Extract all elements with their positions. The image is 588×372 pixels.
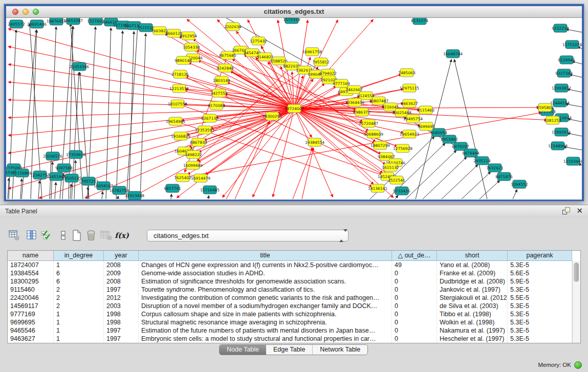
- graph-node[interactable]: 19654985: [166, 117, 185, 125]
- graph-node[interactable]: 7485063: [398, 69, 416, 77]
- graph-node[interactable]: 2718126: [171, 70, 189, 78]
- graph-node[interactable]: 10653287: [63, 18, 83, 25]
- table-row[interactable]: 1830029562008Estimation of significance …: [8, 277, 580, 286]
- table-row[interactable]: 1456911722003Disruption of a novel membe…: [8, 302, 580, 310]
- table-settings-icon[interactable]: [8, 229, 20, 242]
- vertical-scrollbar[interactable]: [572, 261, 580, 343]
- graph-node[interactable]: 19166829: [171, 132, 190, 140]
- delete-rows-trash-icon[interactable]: [85, 229, 97, 242]
- graph-node[interactable]: 9463627: [401, 99, 418, 107]
- select-columns-icon[interactable]: [40, 229, 52, 242]
- graph-node[interactable]: 12353593: [195, 126, 214, 134]
- graph-node[interactable]: 9857791: [164, 184, 181, 192]
- graph-node[interactable]: 8131074: [411, 18, 428, 25]
- graph-node[interactable]: 16961758: [302, 48, 322, 56]
- graph-node[interactable]: 1275432: [250, 37, 267, 45]
- graph-node[interactable]: 1615132: [382, 163, 399, 171]
- graph-node[interactable]: 9242844: [216, 64, 234, 72]
- column-header-out_de[interactable]: △ out_de…: [392, 251, 437, 261]
- tab-node-table[interactable]: Node Table: [220, 345, 266, 355]
- graph-node[interactable]: 12213533: [169, 84, 189, 93]
- tab-edge-table[interactable]: Edge Table: [266, 345, 312, 355]
- graph-node[interactable]: 14136141: [368, 184, 387, 192]
- column-header-name[interactable]: name: [8, 251, 54, 261]
- graph-node[interactable]: 1094552: [511, 180, 528, 188]
- graph-node[interactable]: 11548908: [548, 142, 568, 150]
- graph-node[interactable]: 12975115: [400, 84, 419, 92]
- graph-node[interactable]: 9777169: [333, 79, 350, 87]
- graph-node[interactable]: 1527602: [87, 18, 104, 25]
- graph-node[interactable]: 12093872: [552, 84, 571, 92]
- table-row[interactable]: 911546021997Tourette syndrome. Phenomeno…: [8, 286, 580, 294]
- graph-node[interactable]: 9890144: [175, 56, 192, 64]
- graph-node[interactable]: 15751074: [562, 40, 582, 49]
- graph-node[interactable]: 1595801: [536, 103, 554, 112]
- graph-node[interactable]: 7986372: [353, 108, 371, 116]
- graph-node[interactable]: 12756928: [393, 144, 412, 152]
- graph-node[interactable]: 9115460: [417, 106, 434, 114]
- graph-node[interactable]: 2522541: [388, 176, 405, 184]
- graph-node[interactable]: 7625402: [174, 173, 191, 182]
- graph-node[interactable]: 16648784: [443, 50, 463, 58]
- graph-node[interactable]: 1081253: [544, 116, 561, 124]
- svg-text:2803144: 2803144: [213, 78, 230, 83]
- close-panel-icon[interactable]: ✕: [576, 207, 583, 214]
- graph-node[interactable]: 15992971: [552, 128, 571, 136]
- column-header-pagerank[interactable]: pagerank: [508, 251, 572, 261]
- graph-node[interactable]: 2935114: [473, 157, 491, 165]
- graph-node[interactable]: 1498222: [185, 150, 202, 159]
- column-header-short[interactable]: short: [437, 251, 508, 261]
- graph-node[interactable]: 9474444: [462, 149, 480, 157]
- table-row[interactable]: 977716911998Corpus callosum shape and si…: [8, 310, 580, 318]
- graph-node[interactable]: 17359928: [66, 150, 85, 159]
- graph-node[interactable]: 15720487: [359, 119, 378, 127]
- delete-table-icon[interactable]: [100, 229, 112, 242]
- network-canvas[interactable]: 2405572206914061987645310653287152760284…: [6, 18, 582, 200]
- table-row[interactable]: 1872400712008Changes of HCN gene express…: [8, 261, 580, 269]
- window-titlebar[interactable]: citations_edges.txt: [6, 6, 582, 18]
- graph-node[interactable]: 1572319: [283, 18, 300, 24]
- column-header-in_degree[interactable]: in_degree: [54, 251, 104, 261]
- scrollbar-thumb[interactable]: [574, 262, 579, 282]
- graph-node[interactable]: 9170081: [208, 101, 225, 110]
- table-row[interactable]: 2242004622012Investigating the contribut…: [8, 294, 580, 302]
- table-row[interactable]: 969969511998Structural magnetic resonanc…: [8, 318, 580, 326]
- graph-node[interactable]: 8912954: [180, 32, 197, 40]
- graph-node[interactable]: 18107554: [168, 100, 187, 108]
- graph-node[interactable]: 18300295: [263, 112, 282, 120]
- graph-node[interactable]: 9227343: [555, 69, 573, 77]
- graph-node[interactable]: 9152234: [552, 24, 569, 32]
- function-builder-icon[interactable]: f(x): [116, 229, 128, 242]
- column-header-title[interactable]: title: [139, 251, 392, 261]
- graph-node[interactable]: 3427552: [210, 89, 228, 97]
- column-header-year[interactable]: year: [104, 251, 139, 261]
- graph-node[interactable]: 7955812: [312, 58, 330, 66]
- graph-node[interactable]: 12103444: [563, 157, 582, 165]
- tab-network-table[interactable]: Network Table: [312, 345, 367, 355]
- graph-node[interactable]: 1054338: [183, 43, 200, 51]
- graph-node[interactable]: 9097588: [55, 164, 73, 172]
- table-row[interactable]: 946554611997Estimation of the future num…: [8, 326, 580, 335]
- graph-node[interactable]: 7632621: [486, 164, 504, 172]
- graph-node[interactable]: 8267130: [201, 114, 219, 122]
- graph-node[interactable]: 9129946: [558, 56, 575, 64]
- graph-node[interactable]: 9733426: [393, 187, 410, 195]
- graph-node[interactable]: 15716485: [200, 186, 220, 194]
- graph-node[interactable]: 20206576: [43, 152, 62, 160]
- graph-node[interactable]: 16914479: [191, 174, 210, 182]
- graph-node[interactable]: 2202634: [224, 23, 242, 31]
- table-row[interactable]: 946362711997Embryonic stem cells: a mode…: [8, 335, 580, 343]
- graph-node[interactable]: 2405572: [8, 20, 25, 28]
- graph-node[interactable]: 9699695: [418, 122, 435, 130]
- table-row[interactable]: 1938455462009Genome-wide association stu…: [8, 269, 580, 277]
- float-panel-icon[interactable]: [562, 207, 570, 214]
- graph-node[interactable]: 8471876: [495, 172, 513, 181]
- table-selector-dropdown[interactable]: citations_edges.txt: [147, 230, 349, 242]
- graph-node[interactable]: 10688609: [364, 130, 383, 138]
- row-mode-icon[interactable]: [57, 229, 70, 242]
- show-columns-icon[interactable]: [26, 229, 38, 242]
- graph-node[interactable]: 19654923: [400, 130, 419, 138]
- new-table-icon[interactable]: [71, 229, 83, 242]
- graph-node[interactable]: 8867833: [190, 138, 207, 146]
- graph-node[interactable]: 2803144: [213, 76, 230, 84]
